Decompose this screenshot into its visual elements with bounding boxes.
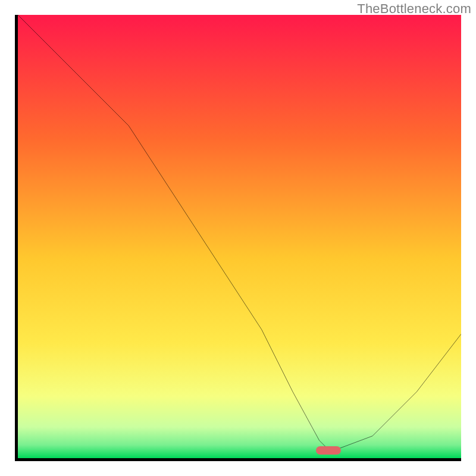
plot-area <box>15 15 461 461</box>
chart-frame: TheBottleneck.com <box>0 0 476 476</box>
bottleneck-curve <box>18 15 461 458</box>
watermark-text: TheBottleneck.com <box>357 1 471 17</box>
optimal-marker <box>316 446 341 455</box>
